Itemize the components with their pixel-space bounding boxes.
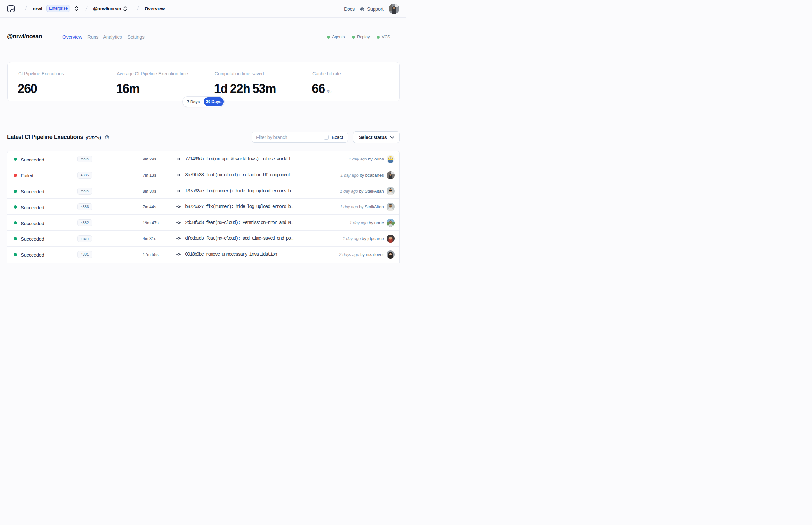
svg-text:?: ? [106, 136, 108, 139]
